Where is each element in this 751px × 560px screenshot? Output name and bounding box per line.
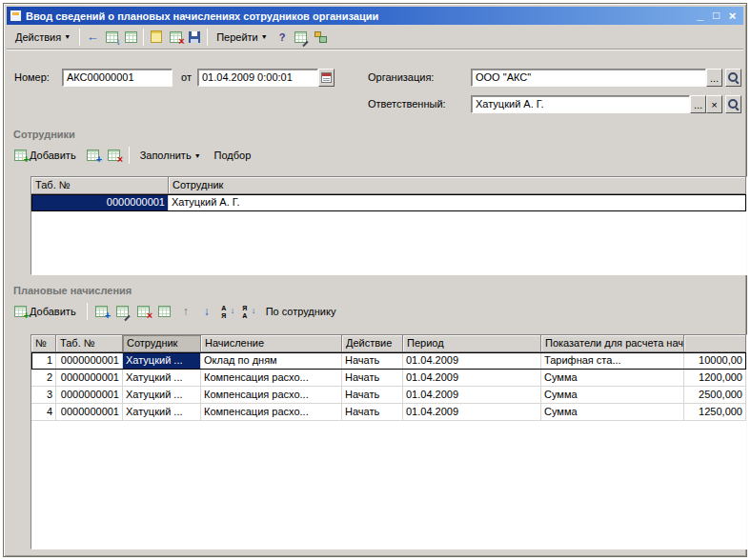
cell-n[interactable]: 2 (31, 370, 56, 387)
cell-period[interactable]: 01.04.2009 (403, 404, 541, 421)
move-down-icon[interactable]: ↓ (197, 303, 216, 320)
cell-action[interactable]: Начать (342, 352, 403, 370)
cell-indicator[interactable]: Сумма (541, 404, 684, 421)
cell-value[interactable]: 10000,00 (684, 352, 746, 370)
close-button[interactable]: × (724, 8, 741, 24)
employees-table[interactable]: Таб. № Сотрудник 0000000001 Хатуцкий А. … (30, 176, 747, 275)
cell-accrual[interactable]: Компенсация расхо... (201, 404, 342, 421)
employees-col-name[interactable]: Сотрудник (169, 177, 746, 194)
cell-n[interactable]: 3 (31, 387, 56, 404)
organization-value[interactable]: ООО "АКС" (471, 69, 706, 87)
employees-col-tab[interactable]: Таб. № (31, 177, 169, 194)
cell-period[interactable]: 01.04.2009 (403, 387, 541, 404)
help-button[interactable]: ? (274, 28, 292, 47)
accruals-row[interactable]: 4 0000000001 Хатуцкий ... Компенсация ра… (31, 404, 746, 421)
cell-employee[interactable]: Хатуцкий ... (123, 404, 201, 421)
accruals-col-value[interactable] (684, 335, 746, 352)
date-value[interactable]: 01.04.2009 0:00:01 (197, 69, 318, 87)
cell-accrual[interactable]: Оклад по дням (201, 352, 342, 370)
employees-add-button[interactable]: Добавить (9, 146, 82, 165)
sort-asc-icon[interactable]: ↓ (218, 303, 237, 320)
cell-tab[interactable]: 0000000001 (56, 352, 123, 370)
cell-employee[interactable]: Хатуцкий ... (123, 387, 201, 404)
cell-tab[interactable]: 0000000001 (56, 404, 123, 421)
employees-copy-row-icon[interactable] (84, 147, 103, 164)
accruals-col-accrual[interactable]: Начисление (201, 335, 342, 352)
organization-input[interactable]: ООО "АКС" ... (471, 69, 722, 87)
organization-select-button[interactable]: ... (706, 69, 722, 87)
accruals-edit-row-icon[interactable] (113, 303, 132, 320)
goto-button[interactable]: Перейти ▼ (211, 28, 274, 47)
employees-row[interactable]: 0000000001 Хатуцкий А. Г. (31, 194, 746, 211)
document-movements-icon[interactable] (121, 29, 140, 46)
employees-fill-button[interactable]: Заполнить ▼ (134, 146, 207, 165)
number-value[interactable]: АКС00000001 (62, 69, 173, 87)
notepad-icon[interactable] (147, 29, 166, 46)
list-settings-icon[interactable] (291, 29, 310, 46)
cell-tab[interactable]: 0000000001 (56, 370, 123, 387)
move-up-icon[interactable]: ↑ (176, 303, 195, 320)
employees-delete-row-icon[interactable] (105, 147, 124, 164)
actions-button[interactable]: Действия ▼ (10, 28, 76, 47)
accruals-col-n[interactable]: № (31, 335, 56, 352)
cell-indicator[interactable]: Сумма (541, 387, 684, 404)
cell-accrual[interactable]: Компенсация расхо... (201, 370, 342, 387)
accruals-row[interactable]: 2 0000000001 Хатуцкий ... Компенсация ра… (31, 370, 746, 387)
maximize-button[interactable]: □ (708, 8, 724, 24)
accruals-col-tab[interactable]: Таб. № (56, 335, 123, 352)
cell-indicator[interactable]: Тарифная ста... (541, 352, 684, 370)
accruals-clear-rows-icon[interactable] (155, 303, 174, 320)
responsible-input[interactable]: Хатуцкий А. Г. ... × (471, 95, 722, 113)
cell-value[interactable]: 1250,000 (684, 404, 746, 421)
cell-value[interactable]: 1200,000 (684, 370, 746, 387)
employees-pick-button[interactable]: Подбор (209, 146, 257, 165)
accruals-copy-row-icon[interactable] (92, 303, 112, 320)
employees-add-label: Добавить (30, 150, 76, 161)
window-title: Ввод сведений о плановых начислениях сот… (26, 10, 692, 22)
cell-accrual[interactable]: Компенсация расхо... (201, 387, 342, 404)
deletion-mark-icon[interactable] (166, 29, 185, 46)
accruals-col-period[interactable]: Период (403, 335, 541, 352)
employees-cell-tab[interactable]: 0000000001 (31, 194, 169, 211)
accruals-table-empty-area[interactable] (31, 421, 746, 549)
cell-n[interactable]: 1 (31, 352, 56, 370)
accruals-add-button[interactable]: Добавить (9, 302, 82, 321)
back-icon[interactable]: ← (83, 29, 102, 46)
cell-n[interactable]: 4 (31, 404, 56, 421)
cell-value[interactable]: 2500,000 (684, 387, 746, 404)
responsible-select-button[interactable]: ... (690, 95, 706, 113)
calendar-button[interactable] (318, 69, 335, 87)
responsible-value[interactable]: Хатуцкий А. Г. (471, 95, 690, 113)
cell-indicator[interactable]: Сумма (541, 370, 684, 387)
accruals-col-employee[interactable]: Сотрудник (123, 335, 201, 352)
number-input[interactable]: АКС00000001 (62, 69, 173, 87)
cell-action[interactable]: Начать (342, 370, 403, 387)
actions-label: Действия (15, 31, 61, 43)
minimize-button[interactable]: _ (692, 8, 708, 24)
employees-cell-name[interactable]: Хатуцкий А. Г. (169, 194, 746, 211)
responsible-open-button[interactable] (725, 95, 741, 113)
structure-icon[interactable] (310, 29, 329, 46)
cell-period[interactable]: 01.04.2009 (403, 352, 541, 370)
cell-tab[interactable]: 0000000001 (56, 387, 123, 404)
post-document-icon[interactable] (102, 29, 121, 46)
employees-table-empty-area[interactable] (31, 211, 746, 274)
responsible-clear-button[interactable]: × (706, 95, 722, 113)
accruals-col-action[interactable]: Действие (342, 335, 403, 352)
cell-action[interactable]: Начать (342, 387, 403, 404)
accruals-table[interactable]: № Таб. № Сотрудник Начисление Действие П… (30, 334, 747, 550)
date-input[interactable]: 01.04.2009 0:00:01 (197, 69, 335, 87)
document-icon (10, 10, 22, 22)
cell-employee[interactable]: Хатуцкий ... (123, 370, 201, 387)
organization-open-button[interactable] (725, 69, 741, 87)
accruals-row[interactable]: 1 0000000001 Хатуцкий ... Оклад по дням … (31, 352, 746, 370)
cell-period[interactable]: 01.04.2009 (403, 370, 541, 387)
cell-action[interactable]: Начать (342, 404, 403, 421)
accruals-col-indicators[interactable]: Показатели для расчета начис... (541, 335, 684, 352)
by-employee-button[interactable]: По сотруднику (260, 302, 342, 321)
save-icon[interactable] (185, 29, 204, 46)
accruals-delete-row-icon[interactable] (134, 303, 153, 320)
sort-desc-icon[interactable]: ↓ (239, 303, 258, 320)
cell-employee[interactable]: Хатуцкий ... (123, 352, 201, 370)
accruals-row[interactable]: 3 0000000001 Хатуцкий ... Компенсация ра… (31, 387, 746, 404)
